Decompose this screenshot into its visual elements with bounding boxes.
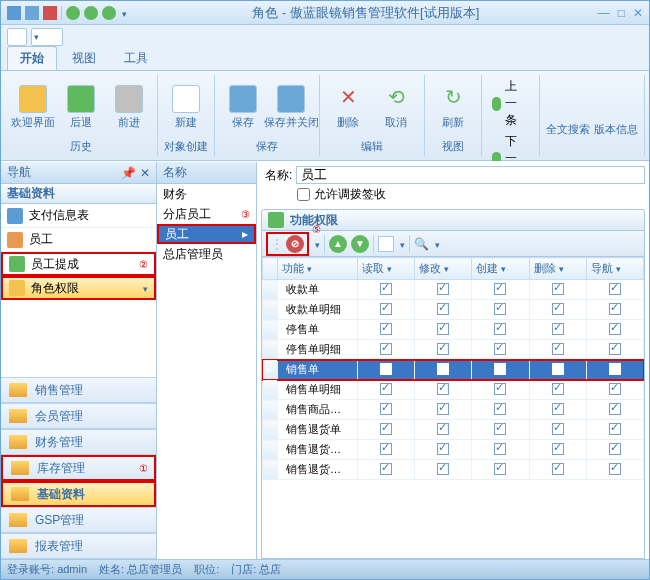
grid-cell-checkbox[interactable] — [586, 420, 643, 440]
tab-view[interactable]: 视图 — [59, 46, 109, 70]
role-list-item[interactable]: 员工▸ — [157, 224, 256, 244]
grid-cell-checkbox[interactable] — [358, 320, 415, 340]
nav-category[interactable]: 销售管理 — [1, 377, 156, 403]
close-nav-icon[interactable]: ✕ — [140, 166, 150, 180]
grid-cell-checkbox[interactable] — [415, 440, 472, 460]
save-close-icon[interactable] — [43, 6, 57, 20]
grid-cell-checkbox[interactable] — [586, 340, 643, 360]
refresh-icon[interactable] — [66, 6, 80, 20]
nav-item[interactable]: 角色权限 — [1, 276, 156, 300]
grid-row[interactable]: 销售商品… — [263, 400, 644, 420]
nav-category[interactable]: GSP管理 — [1, 507, 156, 533]
minimize-button[interactable]: — — [598, 6, 610, 20]
grid-cell-checkbox[interactable] — [529, 360, 586, 380]
grid-cell-checkbox[interactable] — [415, 300, 472, 320]
app-menu-button[interactable] — [7, 28, 27, 46]
maximize-button[interactable]: □ — [618, 6, 625, 20]
grid-cell-checkbox[interactable] — [586, 400, 643, 420]
grid-row[interactable]: 销售退货单 — [263, 420, 644, 440]
grid-row[interactable]: 停售单明细 — [263, 340, 644, 360]
role-list-header[interactable]: 名称 — [157, 162, 256, 184]
ribbon-button[interactable]: 欢迎界面 — [11, 77, 55, 137]
grid-cell-checkbox[interactable] — [358, 420, 415, 440]
grid-cell-checkbox[interactable] — [529, 420, 586, 440]
grid-row[interactable]: 销售退货… — [263, 440, 644, 460]
grid-cell-checkbox[interactable] — [415, 420, 472, 440]
grid-cell-checkbox[interactable] — [472, 280, 529, 300]
deny-dropdown[interactable] — [313, 237, 320, 251]
grid-cell-checkbox[interactable] — [472, 320, 529, 340]
grid-cell-checkbox[interactable] — [358, 400, 415, 420]
grid-cell-checkbox[interactable] — [529, 340, 586, 360]
grip-icon[interactable]: ⋮ — [271, 237, 283, 251]
grid-cell-checkbox[interactable] — [415, 380, 472, 400]
grid-cell-checkbox[interactable] — [472, 300, 529, 320]
grid-cell-checkbox[interactable] — [415, 340, 472, 360]
grid-cell-checkbox[interactable] — [415, 460, 472, 480]
view-menu-button[interactable] — [31, 28, 63, 46]
grid-cell-checkbox[interactable] — [358, 280, 415, 300]
grid-cell-checkbox[interactable] — [472, 340, 529, 360]
grid-cell-checkbox[interactable] — [415, 360, 472, 380]
grid-row[interactable]: 销售退货… — [263, 460, 644, 480]
grid-cell-checkbox[interactable] — [529, 440, 586, 460]
grid-cell-checkbox[interactable] — [529, 400, 586, 420]
tab-tools[interactable]: 工具 — [111, 46, 161, 70]
name-input[interactable] — [296, 166, 645, 184]
grid-cell-checkbox[interactable] — [472, 360, 529, 380]
qat-dropdown[interactable] — [120, 6, 134, 20]
down-button[interactable]: ▼ — [351, 235, 369, 253]
ribbon-button[interactable]: ⟲取消 — [374, 77, 418, 137]
next-icon[interactable] — [102, 6, 116, 20]
grid-cell-checkbox[interactable] — [358, 360, 415, 380]
prev-icon[interactable] — [84, 6, 98, 20]
save-icon[interactable] — [25, 6, 39, 20]
grid-cell-checkbox[interactable] — [472, 440, 529, 460]
role-list-item[interactable]: 总店管理员 — [157, 244, 256, 264]
ribbon-button[interactable]: 新建 — [164, 77, 208, 137]
grid-cell-checkbox[interactable] — [586, 360, 643, 380]
grid-cell-checkbox[interactable] — [529, 280, 586, 300]
grid-row[interactable]: 销售单明细 — [263, 380, 644, 400]
grid-cell-checkbox[interactable] — [358, 340, 415, 360]
allow-checkbox[interactable] — [297, 188, 310, 201]
ribbon-button[interactable]: ↻刷新 — [431, 77, 475, 137]
nav-category[interactable]: 财务管理 — [1, 429, 156, 455]
up-button[interactable]: ▲ — [329, 235, 347, 253]
copy-icon[interactable] — [378, 236, 394, 252]
nav-item[interactable]: 员工提成② — [1, 252, 156, 276]
grid-cell-checkbox[interactable] — [529, 300, 586, 320]
nav-item[interactable]: 支付信息表 — [1, 204, 156, 228]
ribbon-button[interactable]: 全文搜索 — [546, 77, 590, 152]
grid-cell-checkbox[interactable] — [529, 380, 586, 400]
ribbon-button[interactable]: 前进 — [107, 77, 151, 137]
pin-icon[interactable]: 📌 — [121, 166, 136, 180]
grid-row[interactable]: 停售单 — [263, 320, 644, 340]
grid-cell-checkbox[interactable] — [586, 280, 643, 300]
copy-dropdown[interactable] — [398, 237, 405, 251]
grid-row[interactable]: 收款单 — [263, 280, 644, 300]
deny-button[interactable]: ⊘ — [286, 235, 304, 253]
ribbon-button-small[interactable]: 上一条 — [488, 77, 533, 130]
grid-cell-checkbox[interactable] — [358, 440, 415, 460]
grid-cell-checkbox[interactable] — [472, 420, 529, 440]
grid-cell-checkbox[interactable] — [358, 380, 415, 400]
grid-cell-checkbox[interactable] — [472, 460, 529, 480]
grid-col-header[interactable]: 导航 ▾ — [586, 258, 643, 280]
nav-category[interactable]: 会员管理 — [1, 403, 156, 429]
grid-cell-checkbox[interactable] — [472, 400, 529, 420]
close-button[interactable]: ✕ — [633, 6, 643, 20]
grid-cell-checkbox[interactable] — [472, 380, 529, 400]
grid-cell-checkbox[interactable] — [586, 440, 643, 460]
role-list-item[interactable]: 财务 — [157, 184, 256, 204]
grid-cell-checkbox[interactable] — [415, 320, 472, 340]
grid-cell-checkbox[interactable] — [586, 460, 643, 480]
nav-category[interactable]: 库存管理① — [1, 455, 156, 481]
grid-row[interactable]: ▸④销售单 — [263, 360, 644, 380]
grid-cell-checkbox[interactable] — [415, 280, 472, 300]
grid-cell-checkbox[interactable] — [358, 460, 415, 480]
ribbon-button[interactable]: ✕删除 — [326, 77, 370, 137]
grid-cell-checkbox[interactable] — [358, 300, 415, 320]
nav-item[interactable]: 员工 — [1, 228, 156, 252]
tab-start[interactable]: 开始 — [7, 46, 57, 70]
